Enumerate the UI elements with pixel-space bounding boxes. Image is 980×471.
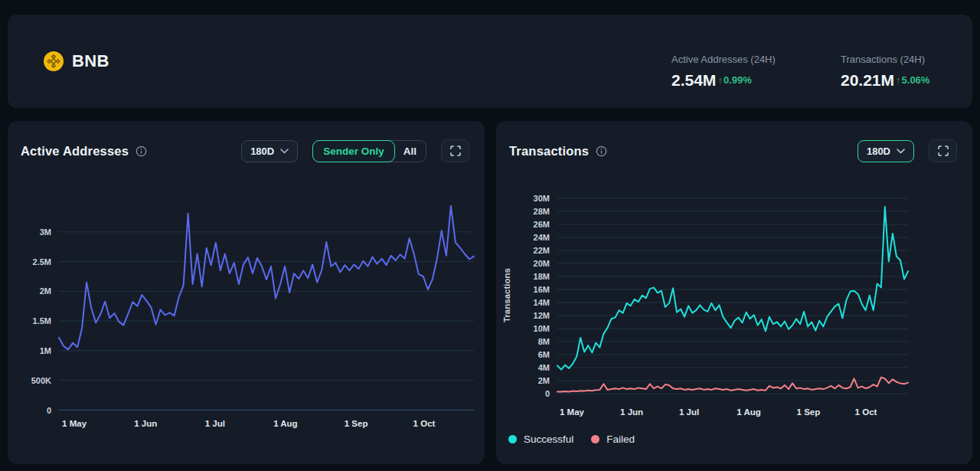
panel-title: Active Addresses bbox=[21, 144, 129, 159]
legend-dot-failed bbox=[591, 435, 599, 443]
svg-text:1 May: 1 May bbox=[560, 407, 585, 417]
panel-controls: 180D bbox=[858, 139, 957, 162]
svg-text:24M: 24M bbox=[534, 233, 550, 242]
svg-text:1 Jul: 1 Jul bbox=[205, 419, 225, 428]
chart-legend: Successful Failed bbox=[508, 433, 635, 445]
bnb-coin-icon bbox=[44, 51, 64, 71]
transactions-chart[interactable]: 02M4M6M8M10M12M14M16M18M20M22M24M26M28M3… bbox=[496, 121, 972, 464]
svg-text:3M: 3M bbox=[40, 227, 51, 237]
svg-text:12M: 12M bbox=[534, 311, 550, 320]
svg-text:2M: 2M bbox=[538, 376, 550, 385]
legend-item-successful[interactable]: Successful bbox=[508, 433, 573, 445]
stat-transactions-24h: Transactions (24H) 20.21M ↑5.06% bbox=[841, 54, 929, 88]
stat-label: Active Addresses (24H) bbox=[671, 54, 776, 65]
arrow-up-icon: ↑ bbox=[896, 74, 901, 86]
token-header-card: BNB Active Addresses (24H) 2.54M ↑0.99% … bbox=[8, 15, 972, 108]
panel-header: Active Addresses 180D Sender Only All bbox=[21, 139, 469, 162]
legend-label: Failed bbox=[606, 433, 635, 445]
info-icon[interactable] bbox=[596, 146, 607, 157]
svg-text:1 Aug: 1 Aug bbox=[273, 419, 298, 428]
svg-text:1.5M: 1.5M bbox=[33, 316, 51, 325]
sender-filter-toggle: Sender Only All bbox=[312, 140, 426, 162]
stat-change: ↑5.06% bbox=[894, 74, 929, 86]
fullscreen-icon bbox=[938, 146, 949, 156]
svg-text:2.5M: 2.5M bbox=[33, 257, 51, 267]
info-icon[interactable] bbox=[136, 146, 147, 157]
stat-value: 2.54M bbox=[671, 72, 716, 88]
stat-value: 20.21M bbox=[841, 72, 894, 88]
legend-item-failed[interactable]: Failed bbox=[591, 433, 635, 445]
svg-text:4M: 4M bbox=[538, 363, 550, 372]
toggle-sender-only[interactable]: Sender Only bbox=[312, 140, 395, 162]
legend-label: Successful bbox=[524, 433, 573, 445]
range-dropdown-label: 180D bbox=[250, 146, 274, 157]
svg-text:2M: 2M bbox=[40, 286, 51, 296]
svg-text:1 May: 1 May bbox=[62, 419, 87, 428]
svg-text:10M: 10M bbox=[534, 324, 550, 333]
range-dropdown[interactable]: 180D bbox=[241, 140, 298, 162]
stat-value-row: 20.21M ↑5.06% bbox=[841, 72, 929, 88]
stat-change: ↑0.99% bbox=[716, 74, 751, 86]
svg-text:28M: 28M bbox=[534, 207, 550, 216]
svg-text:14M: 14M bbox=[534, 298, 550, 307]
token-identity: BNB bbox=[44, 15, 109, 108]
stat-label: Transactions (24H) bbox=[841, 54, 929, 65]
token-name: BNB bbox=[72, 51, 109, 71]
svg-text:16M: 16M bbox=[534, 285, 550, 294]
legend-dot-successful bbox=[508, 435, 517, 443]
range-dropdown-label: 180D bbox=[867, 146, 890, 157]
svg-text:1 Oct: 1 Oct bbox=[413, 419, 436, 428]
chevron-down-icon bbox=[897, 149, 905, 154]
svg-text:18M: 18M bbox=[534, 272, 550, 281]
svg-text:0: 0 bbox=[47, 406, 51, 415]
active-addresses-chart[interactable]: 0500K1M1.5M2M2.5M3M1 May1 Jun1 Jul1 Aug1… bbox=[8, 121, 485, 464]
panel-title: Transactions bbox=[509, 144, 589, 159]
svg-text:1 Sep: 1 Sep bbox=[345, 419, 368, 428]
svg-text:1 Oct: 1 Oct bbox=[855, 407, 877, 417]
toggle-all[interactable]: All bbox=[394, 141, 426, 162]
chevron-down-icon bbox=[280, 149, 289, 154]
svg-text:1 Aug: 1 Aug bbox=[737, 407, 761, 417]
svg-text:26M: 26M bbox=[534, 220, 550, 229]
svg-text:30M: 30M bbox=[534, 194, 550, 203]
stat-change-pct: 5.06% bbox=[902, 74, 930, 86]
active-addresses-panel: 0500K1M1.5M2M2.5M3M1 May1 Jun1 Jul1 Aug1… bbox=[8, 121, 485, 464]
stat-value-row: 2.54M ↑0.99% bbox=[671, 72, 776, 88]
panel-controls: 180D Sender Only All bbox=[241, 139, 469, 162]
dashboard-page: { "header": { "token_name": "BNB", "stat… bbox=[0, 0, 980, 471]
svg-text:1 Jun: 1 Jun bbox=[134, 419, 157, 428]
transactions-panel: 02M4M6M8M10M12M14M16M18M20M22M24M26M28M3… bbox=[496, 121, 972, 464]
svg-text:1 Jun: 1 Jun bbox=[620, 407, 643, 417]
range-dropdown[interactable]: 180D bbox=[858, 140, 914, 162]
panel-header: Transactions 180D bbox=[509, 139, 957, 162]
arrow-up-icon: ↑ bbox=[717, 74, 723, 86]
stat-active-addresses-24h: Active Addresses (24H) 2.54M ↑0.99% bbox=[671, 54, 776, 88]
svg-text:1M: 1M bbox=[40, 346, 51, 355]
fullscreen-button[interactable] bbox=[929, 139, 957, 162]
fullscreen-button[interactable] bbox=[441, 139, 469, 162]
stat-change-pct: 0.99% bbox=[724, 74, 752, 86]
fullscreen-icon bbox=[450, 146, 461, 156]
svg-text:1 Sep: 1 Sep bbox=[797, 407, 821, 417]
svg-text:0: 0 bbox=[545, 389, 550, 398]
svg-text:500K: 500K bbox=[31, 376, 51, 385]
svg-text:8M: 8M bbox=[538, 337, 550, 346]
svg-text:22M: 22M bbox=[534, 246, 550, 255]
y-axis-title: Transactions bbox=[502, 259, 511, 332]
svg-text:20M: 20M bbox=[534, 259, 550, 268]
svg-text:1 Jul: 1 Jul bbox=[679, 407, 699, 417]
svg-text:6M: 6M bbox=[538, 350, 550, 359]
